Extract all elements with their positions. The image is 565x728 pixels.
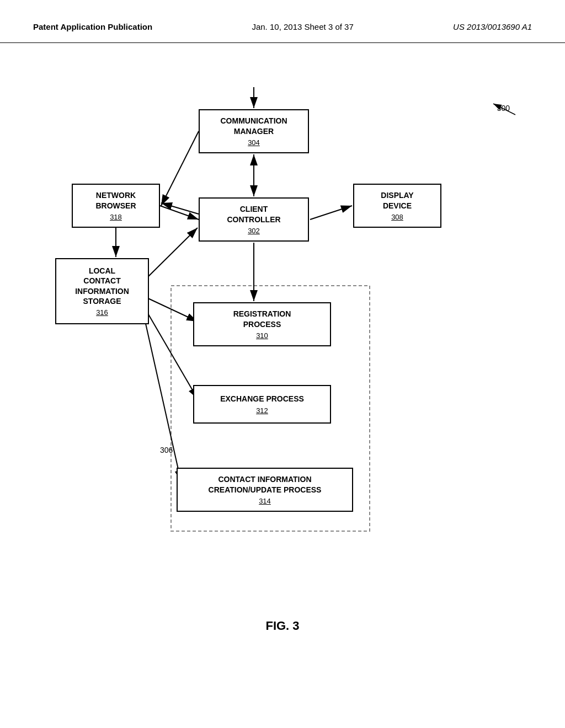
box-comm-manager: COMMUNICATIONMANAGER 304 (199, 109, 309, 153)
header-left: Patent Application Publication (33, 22, 152, 31)
exchange-process-number: 312 (256, 406, 268, 415)
box-local-contact: LOCALCONTACTINFORMATIONSTORAGE 316 (55, 258, 149, 324)
diagram-area: COMMUNICATIONMANAGER 304 CLIENTCONTROLLE… (0, 43, 565, 650)
registration-process-label: REGISTRATIONPROCESS (233, 309, 291, 329)
ref-306: 306 (160, 446, 173, 454)
box-client-controller: CLIENTCONTROLLER 302 (199, 197, 309, 242)
svg-line-9 (145, 228, 198, 280)
contact-info-creation-number: 314 (259, 497, 271, 505)
exchange-process-label: EXCHANGE PROCESS (220, 394, 304, 404)
box-contact-info-creation: CONTACT INFORMATIONCREATION/UPDATE PROCE… (177, 468, 353, 512)
header-right: US 2013/0013690 A1 (453, 22, 532, 31)
fig-label: FIG. 3 (265, 619, 299, 633)
svg-line-6 (161, 203, 199, 214)
local-contact-label: LOCALCONTACTINFORMATIONSTORAGE (75, 266, 129, 306)
local-contact-number: 316 (96, 308, 108, 317)
svg-line-12 (145, 297, 198, 322)
svg-line-7 (310, 206, 352, 220)
svg-line-15 (493, 104, 515, 115)
box-registration-process: REGISTRATIONPROCESS 310 (193, 302, 331, 346)
client-controller-label: CLIENTCONTROLLER (227, 204, 280, 224)
svg-line-4 (161, 131, 199, 206)
network-browser-label: NETWORKBROWSER (95, 190, 136, 210)
box-exchange-process: EXCHANGE PROCESS 312 (193, 385, 331, 424)
header-center: Jan. 10, 2013 Sheet 3 of 37 (252, 22, 353, 31)
network-browser-number: 318 (110, 213, 122, 221)
box-network-browser: NETWORKBROWSER 318 (72, 184, 160, 228)
comm-manager-number: 304 (248, 138, 260, 147)
svg-line-13 (145, 308, 198, 399)
svg-line-14 (145, 319, 181, 481)
comm-manager-label: COMMUNICATIONMANAGER (220, 116, 287, 136)
client-controller-number: 302 (248, 227, 260, 235)
ref-300-arrow (488, 98, 521, 120)
registration-process-number: 310 (256, 331, 268, 340)
contact-info-creation-label: CONTACT INFORMATIONCREATION/UPDATE PROCE… (209, 474, 322, 494)
display-device-number: 308 (391, 213, 403, 221)
box-display-device: DISPLAYDEVICE 308 (353, 184, 441, 228)
svg-line-5 (160, 206, 199, 220)
display-device-label: DISPLAYDEVICE (381, 190, 413, 210)
page: Patent Application Publication Jan. 10, … (0, 0, 565, 728)
header: Patent Application Publication Jan. 10, … (0, 0, 565, 43)
